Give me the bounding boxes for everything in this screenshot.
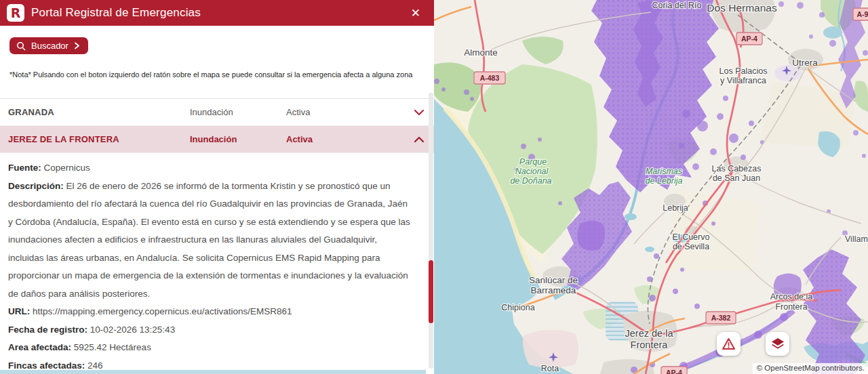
label-parque: Parque: [519, 157, 547, 167]
detail-area: Area afectada: 5925.42 Hectáreas: [8, 339, 414, 357]
vertical-scrollbar-track[interactable]: [429, 93, 433, 369]
map-hint-note: *Nota* Pulsando con el boton izquierdo d…: [9, 70, 425, 79]
fuente-value: Copernicus: [41, 163, 90, 173]
emergency-type: Inundación: [190, 107, 286, 117]
label-utrera: Utrera: [792, 58, 818, 68]
panel-title: Portal Registral de Emergencias: [31, 6, 407, 20]
emergency-details: Fuente: Copernicus Descripción: El 26 de…: [0, 153, 434, 374]
registradores-logo: R: [7, 4, 24, 22]
logo-letter: R: [11, 7, 21, 20]
fuente-label: Fuente:: [8, 163, 41, 173]
emergency-panel: R Portal Registral de Emergencias ✕ Busc…: [0, 0, 434, 374]
emergency-name: GRANADA: [8, 107, 190, 117]
label-las-cabezas: Las Cabezas: [712, 164, 762, 173]
label-villamartin: Villam: [845, 234, 868, 244]
emergency-row-jerez[interactable]: JEREZ DE LA FRONTERA Inundación Activa: [0, 126, 434, 153]
url-value: https://mapping.emergency.copernicus.eu/…: [30, 306, 292, 316]
chevron-up-icon[interactable]: [414, 136, 425, 143]
map-canvas: A-483 AP-4 A-9 A-382 AP-4 Coria del Río …: [434, 0, 868, 374]
label-almonte: Almonte: [464, 47, 498, 58]
emergency-status: Activa: [286, 134, 407, 144]
detail-fecha: Fecha de registro: 10-02-2026 13:25:43: [8, 321, 414, 339]
detail-fuente: Fuente: Copernicus: [8, 159, 414, 178]
label-barrameda: Barrameda: [531, 285, 576, 295]
buscador-label: Buscador: [31, 41, 68, 51]
label-chipiona: Chipiona: [501, 303, 534, 312]
layers-button[interactable]: [766, 332, 789, 356]
horizontal-scrollbar[interactable]: [0, 370, 426, 374]
label-villafranca: y Villafranca: [720, 76, 766, 85]
label-el-cuervo: El Cuervo: [673, 232, 710, 242]
url-label: URL:: [8, 306, 30, 316]
shield-a9: A-9: [857, 10, 868, 18]
label-nacional: Nacional: [515, 167, 549, 176]
shield-ap4: AP-4: [741, 35, 757, 43]
area-value: 5925.42 Hectáreas: [71, 342, 151, 352]
shield-a483: A-483: [480, 74, 500, 82]
emergency-name: JEREZ DE LA FRONTERA: [8, 134, 190, 144]
label-de-donana: de Doñana: [510, 176, 551, 186]
vertical-scrollbar-thumb[interactable]: [429, 260, 433, 323]
shield-ap4-south: AP-4: [666, 369, 682, 374]
warning-icon: [722, 337, 736, 350]
descripcion-value: El 26 de enero de 2026 se informó de la …: [8, 181, 410, 299]
map-military-zone: [523, 330, 578, 368]
label-coria-del-rio: Coria del Río: [652, 1, 702, 10]
app-window: R Portal Registral de Emergencias ✕ Busc…: [0, 0, 868, 374]
layers-icon: [770, 337, 785, 351]
chevron-right-icon: [74, 42, 80, 49]
fincas-label: Fincas afectadas:: [8, 360, 85, 371]
emergency-type: Inundación: [190, 134, 286, 144]
fecha-value: 10-02-2026 13:25:43: [87, 325, 175, 335]
emergency-row-granada[interactable]: GRANADA Inundación Activa: [0, 99, 434, 126]
label-lebrija: Lebrija: [663, 203, 688, 213]
label-de-lebrija: de Lebrija: [646, 176, 683, 186]
map-view[interactable]: A-483 AP-4 A-9 A-382 AP-4 Coria del Río …: [434, 0, 868, 374]
emergency-list: GRANADA Inundación Activa JEREZ DE LA FR…: [0, 98, 434, 153]
area-label: Area afectada:: [8, 342, 71, 352]
label-dos-hermanas: Dos Hermanas: [707, 2, 777, 14]
label-arcos: Arcos de la: [770, 292, 813, 302]
close-icon[interactable]: ✕: [407, 5, 425, 22]
label-los-palacios: Los Palacios: [719, 66, 768, 76]
detail-descripcion: Descripción: El 26 de enero de 2026 se i…: [8, 178, 414, 304]
descripcion-label: Descripción:: [8, 181, 64, 191]
map-attribution[interactable]: © OpenStreetMap contributors.: [753, 363, 868, 374]
chevron-down-icon[interactable]: [414, 109, 425, 116]
label-jerez: Jerez de la: [625, 328, 674, 339]
detail-url: URL: https://mapping.emergency.copernicu…: [8, 303, 414, 321]
warning-button[interactable]: [717, 332, 741, 356]
label-de-san-juan: de San Juan: [713, 173, 760, 183]
fecha-label: Fecha de registro:: [8, 325, 87, 335]
search-icon: [16, 41, 26, 51]
buscador-button[interactable]: Buscador: [9, 37, 88, 54]
label-de-sevilla: de Sevilla: [673, 242, 709, 251]
emergency-status: Activa: [286, 107, 407, 117]
label-jerez-frontera: Frontera: [631, 339, 669, 350]
label-arcos-frontera: Frontera: [775, 302, 807, 312]
shield-a382: A-382: [711, 314, 731, 322]
label-rota: Rota: [541, 364, 559, 373]
panel-header: R Portal Registral de Emergencias ✕: [0, 0, 434, 26]
label-marismas: Marismas: [646, 167, 682, 176]
fincas-value: 246: [85, 360, 102, 371]
label-sanlucar: Sanlúcar de: [529, 275, 578, 285]
